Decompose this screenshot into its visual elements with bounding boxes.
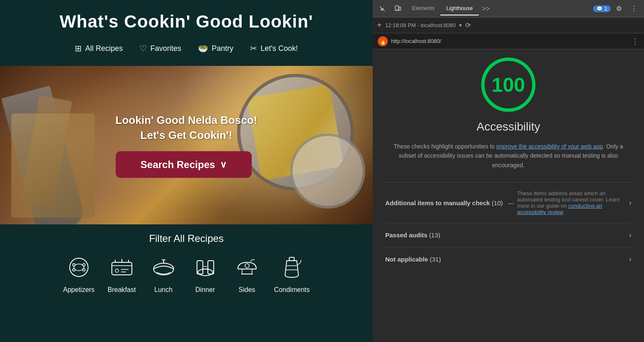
heart-icon: ♡ <box>139 43 147 53</box>
lighthouse-fire-icon: 🔥 <box>378 36 388 46</box>
devtools-toolbar: Elements Lighthouse >> 💬 1 ⚙ ⋮ <box>373 0 644 18</box>
url-timestamp: 12:18:08 PM - localhost:8080 <box>385 22 456 28</box>
condiments-label: Condiments <box>274 286 310 294</box>
tab-lighthouse[interactable]: Lighthouse <box>440 2 479 15</box>
nav-lets-cook-label: Let's Cook! <box>260 44 298 53</box>
accessibility-description: These checks highlight opportunities to … <box>385 142 631 170</box>
accessibility-title: Accessibility <box>385 120 631 133</box>
app-header: What's Cookin' Good Lookin' ⊞ All Recipe… <box>0 0 373 66</box>
passed-audits-chevron-icon: › <box>629 231 631 239</box>
svg-point-8 <box>154 263 174 275</box>
svg-rect-6 <box>112 262 132 275</box>
na-chevron-icon: › <box>629 255 631 264</box>
more-menu-btn[interactable]: ⋮ <box>627 2 641 15</box>
settings-btn[interactable]: ⚙ <box>612 2 626 15</box>
more-tabs-icon[interactable]: >> <box>479 5 493 13</box>
manual-check-section: Additional items to manually check (10) … <box>385 182 631 223</box>
hero-greeting: Lookin' Good Nelda Bosco! Let's Get Cook… <box>116 113 258 143</box>
svg-rect-15 <box>289 257 294 261</box>
lighthouse-content: 100 Accessibility These checks highlight… <box>373 49 644 342</box>
na-count: (31) <box>430 256 441 263</box>
filter-title: Filter All Recipes <box>8 233 364 244</box>
pantry-icon: 🥗 <box>198 43 208 53</box>
svg-point-5 <box>83 269 85 271</box>
hero-greeting-line1: Lookin' Good Nelda Bosco! <box>116 113 258 128</box>
nav-lets-cook[interactable]: ✂ Let's Cook! <box>250 43 298 53</box>
dinner-icon <box>191 253 220 282</box>
hero-section: Lookin' Good Nelda Bosco! Let's Get Cook… <box>0 66 373 224</box>
search-recipes-label: Search Recipes <box>141 158 215 170</box>
categories-grid: Appetizers Breakfast Lunch <box>8 253 364 294</box>
manual-check-header[interactable]: Additional items to manually check (10) … <box>385 190 631 215</box>
sides-label: Sides <box>239 286 255 294</box>
filter-section: Filter All Recipes Appetizers Breakfast <box>0 224 373 342</box>
svg-rect-18 <box>399 7 401 10</box>
hero-content: Lookin' Good Nelda Bosco! Let's Get Cook… <box>116 113 258 178</box>
passed-audits-section: Passed audits (13) › <box>385 223 631 247</box>
breakfast-label: Breakfast <box>108 286 136 294</box>
devtools-panel: Elements Lighthouse >> 💬 1 ⚙ ⋮ + 12:18:0… <box>373 0 644 342</box>
inspector-icon-btn[interactable] <box>376 2 389 15</box>
category-lunch[interactable]: Lunch <box>149 253 178 294</box>
recipes-icon: ⊞ <box>75 43 82 53</box>
manual-check-count: (10) <box>492 199 503 206</box>
manual-check-dash: — <box>508 200 514 206</box>
hero-greeting-line2: Let's Get Cookin'! <box>116 128 258 143</box>
na-header[interactable]: Not applicable (31) › <box>385 255 631 264</box>
badge-count: 1 <box>604 6 607 12</box>
chat-icon: 💬 <box>596 6 603 12</box>
manual-check-desc: These items address areas which an autom… <box>517 190 629 215</box>
devtools-url-row: 🔥 http://localhost:8080/ ⋮ <box>373 33 644 49</box>
app-nav: ⊞ All Recipes ♡ Favorites 🥗 Pantry ✂ Let… <box>8 43 364 58</box>
category-sides[interactable]: Sides <box>232 253 262 294</box>
nav-favorites[interactable]: ♡ Favorites <box>139 43 181 53</box>
tab-elements[interactable]: Elements <box>406 2 440 15</box>
na-section: Not applicable (31) › <box>385 247 631 271</box>
lunch-icon <box>149 253 178 282</box>
url-more-btn[interactable]: ⋮ <box>631 37 639 46</box>
app-panel: What's Cookin' Good Lookin' ⊞ All Recipe… <box>0 0 373 342</box>
dt-tabs: Elements Lighthouse >> <box>406 2 591 15</box>
svg-point-7 <box>115 269 119 272</box>
category-dinner[interactable]: Dinner <box>191 253 220 294</box>
score-circle: 100 <box>481 58 535 112</box>
passed-audits-count: (13) <box>429 231 440 239</box>
na-label: Not applicable <box>385 256 428 263</box>
svg-point-2 <box>73 264 75 266</box>
nav-all-recipes[interactable]: ⊞ All Recipes <box>75 43 123 53</box>
accessibility-link[interactable]: improve the accessibility of your web ap… <box>496 143 603 150</box>
desc-part1: These checks highlight opportunities to <box>394 143 496 150</box>
na-title: Not applicable (31) <box>385 256 441 263</box>
search-recipes-button[interactable]: Search Recipes ∨ <box>116 151 252 178</box>
svg-point-14 <box>245 264 249 268</box>
dinner-label: Dinner <box>195 286 215 294</box>
score-circle-container: 100 <box>385 58 631 112</box>
comments-badge[interactable]: 💬 1 <box>593 5 611 12</box>
add-tab-icon[interactable]: + <box>377 20 382 30</box>
category-breakfast[interactable]: Breakfast <box>107 253 136 294</box>
dt-right-icons: 💬 1 ⚙ ⋮ <box>593 2 641 15</box>
category-appetizers[interactable]: Appetizers <box>63 253 95 294</box>
reload-icon[interactable]: ⟳ <box>465 21 471 29</box>
device-toggle-btn[interactable] <box>391 2 404 15</box>
appetizers-icon <box>64 253 93 282</box>
lunch-label: Lunch <box>154 286 173 294</box>
passed-audits-label: Passed audits <box>385 231 427 239</box>
appetizers-label: Appetizers <box>63 286 95 294</box>
current-url: http://localhost:8080/ <box>391 38 628 44</box>
breakfast-icon <box>107 253 136 282</box>
category-condiments[interactable]: Condiments <box>274 253 310 294</box>
passed-audits-header[interactable]: Passed audits (13) › <box>385 231 631 239</box>
svg-point-16 <box>381 9 383 10</box>
dropdown-arrow-icon[interactable]: ▾ <box>459 22 462 28</box>
manual-check-label: Additional items to manually check <box>385 199 490 206</box>
manual-check-chevron-icon: › <box>629 199 631 207</box>
nav-pantry-label: Pantry <box>212 44 233 53</box>
chevron-down-icon: ∨ <box>220 159 227 170</box>
nav-pantry[interactable]: 🥗 Pantry <box>198 43 233 53</box>
nav-all-recipes-label: All Recipes <box>85 44 123 53</box>
cook-icon: ✂ <box>250 43 257 53</box>
app-title: What's Cookin' Good Lookin' <box>8 12 364 32</box>
sides-icon <box>232 253 262 282</box>
nav-favorites-label: Favorites <box>150 44 181 53</box>
